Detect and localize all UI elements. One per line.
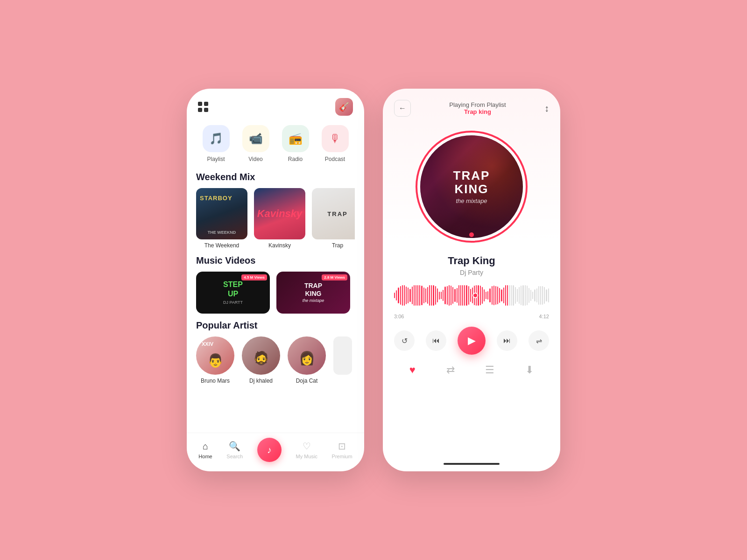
shuffle-action-button[interactable]: ⇄: [446, 364, 455, 376]
next-button[interactable]: ⏭: [497, 330, 517, 351]
waveform-container[interactable]: [383, 279, 560, 312]
waveform-bar-69: [529, 288, 529, 303]
category-video[interactable]: 📹 Video: [242, 125, 269, 162]
artist-doja[interactable]: 👩 Doja Cat: [288, 336, 326, 384]
premium-label: Premium: [332, 454, 352, 459]
trap-king-label: TRAP KING: [453, 169, 490, 196]
playlist-label: Playlist: [207, 156, 225, 162]
trapking-sub: the mixtape: [303, 298, 324, 303]
waveform-bar-0: [394, 293, 395, 298]
trap-label: TRAP: [327, 210, 347, 217]
album-starboy[interactable]: THE WEEKND The Weekend: [196, 188, 247, 249]
sort-button[interactable]: ↕: [544, 103, 549, 114]
song-info: Trap King Dj Party: [383, 250, 560, 279]
waveform-bar-29: [451, 286, 451, 306]
back-button[interactable]: ←: [394, 100, 411, 117]
khaled-avatar: 🧔: [242, 336, 280, 375]
kavinsky-text: Kavinsky: [257, 208, 303, 220]
category-podcast[interactable]: 🎙 Podcast: [322, 125, 349, 162]
waveform-bar-49: [489, 288, 490, 302]
waveform-bar-57: [505, 285, 506, 306]
album-kavinsky[interactable]: Kavinsky Kavinsky: [254, 188, 305, 249]
search-icon: 🔍: [229, 441, 240, 452]
back-arrow-icon: ←: [399, 104, 406, 112]
video-trapking[interactable]: TRAP KING the mixtape 2.8 M Views: [276, 272, 350, 314]
waveform-bar-79: [548, 288, 549, 302]
current-time: 3:06: [394, 314, 404, 319]
home-indicator: [444, 463, 500, 465]
waveform-bar-66: [522, 285, 523, 306]
waveform-bar-65: [521, 286, 521, 305]
waveform-bar-3: [400, 286, 401, 305]
waveform-bar-20: [433, 285, 434, 306]
grid-menu-icon[interactable]: [198, 102, 208, 112]
nav-premium[interactable]: ⊡ Premium: [332, 441, 352, 459]
waveform-playhead: [472, 293, 478, 298]
stepup-views: 4.5 M Views: [241, 274, 267, 280]
waveform-bar-31: [454, 289, 455, 302]
waveform-bar-45: [482, 287, 483, 304]
time-row: 3:06 4:12: [383, 312, 560, 319]
waveform-bar-27: [447, 286, 448, 305]
waveform-bar-8: [409, 289, 410, 302]
doja-avatar: 👩: [288, 336, 326, 375]
user-avatar[interactable]: 🎸: [335, 98, 353, 116]
waveform-bar-76: [542, 286, 543, 305]
like-button[interactable]: ♥: [409, 364, 416, 376]
repeat-button[interactable]: ↺: [394, 330, 415, 351]
waveform-bar-6: [406, 287, 407, 304]
waveform-bar-14: [421, 286, 422, 306]
waveform-bar-77: [544, 287, 545, 304]
album-trap[interactable]: TRAP Trap: [312, 188, 355, 249]
play-pause-button[interactable]: ▶: [458, 327, 486, 355]
nav-search[interactable]: 🔍 Search: [226, 441, 243, 459]
shuffle-button[interactable]: ⇌: [529, 330, 549, 351]
waveform-bar-72: [534, 289, 535, 301]
waveform-bar-2: [398, 287, 399, 303]
waveform-bar-10: [414, 285, 415, 306]
waveform-bar-34: [460, 285, 461, 306]
video-stepup[interactable]: STEP UP DJ PARTT 4.5 M Views: [196, 272, 270, 314]
nav-play-button[interactable]: ♪: [257, 438, 282, 462]
waveform-bar-43: [478, 285, 479, 306]
waveform-bar-24: [441, 292, 442, 299]
album-art-container: TRAP KING the mixtape: [383, 121, 560, 250]
waveform-bar-11: [416, 285, 416, 306]
categories-row: 🎵 Playlist 📹 Video 📻 Radio 🎙 Podcast: [187, 120, 364, 172]
waveform-bar-39: [470, 289, 471, 302]
video-scroll: STEP UP DJ PARTT 4.5 M Views TRAP KING t…: [196, 272, 355, 314]
waveform-bar-1: [396, 290, 397, 301]
category-playlist[interactable]: 🎵 Playlist: [203, 125, 230, 162]
album-art-inner: TRAP KING the mixtape: [420, 135, 523, 238]
waveform-bar-73: [536, 288, 537, 302]
nav-my-music[interactable]: ♡ My Music: [296, 441, 317, 459]
video-icon: 📹: [242, 125, 269, 152]
prev-button[interactable]: ⏮: [426, 330, 446, 351]
playlist-name: Trap king: [449, 108, 506, 115]
waveform-bar-26: [444, 287, 445, 304]
kavinsky-cover: Kavinsky: [254, 188, 305, 239]
waveform-bar-21: [435, 286, 436, 304]
waveform-bar-70: [530, 290, 531, 301]
home-label: Home: [198, 454, 212, 459]
album-art-ring: TRAP KING the mixtape: [416, 131, 528, 243]
artist-bruno[interactable]: XXIV 👨 Bruno Mars: [196, 336, 234, 384]
nav-home[interactable]: ⌂ Home: [198, 441, 212, 459]
queue-button[interactable]: ☰: [485, 364, 494, 376]
category-radio[interactable]: 📻 Radio: [282, 125, 309, 162]
artist-dj-khaled[interactable]: 🧔 Dj khaled: [242, 336, 280, 384]
radio-label: Radio: [288, 156, 303, 162]
waveform-bar-23: [439, 292, 440, 300]
home-icon: ⌂: [203, 441, 208, 452]
stepup-label: STEP UP DJ PARTT: [223, 280, 243, 305]
playback-controls: ↺ ⏮ ▶ ⏭ ⇌: [383, 319, 560, 359]
waveform-bar-4: [402, 285, 403, 306]
waveform-bar-62: [515, 287, 516, 304]
music-videos-title: Music Videos: [187, 255, 364, 272]
playlist-icon: 🎵: [203, 125, 230, 152]
download-icon: ⬇: [525, 364, 534, 376]
play-icon: ▶: [468, 335, 476, 347]
trapking-label: TRAP KING the mixtape: [303, 282, 324, 303]
download-button[interactable]: ⬇: [525, 364, 534, 376]
album-scroll: THE WEEKND The Weekend Kavinsky Kavinsky…: [196, 188, 355, 249]
